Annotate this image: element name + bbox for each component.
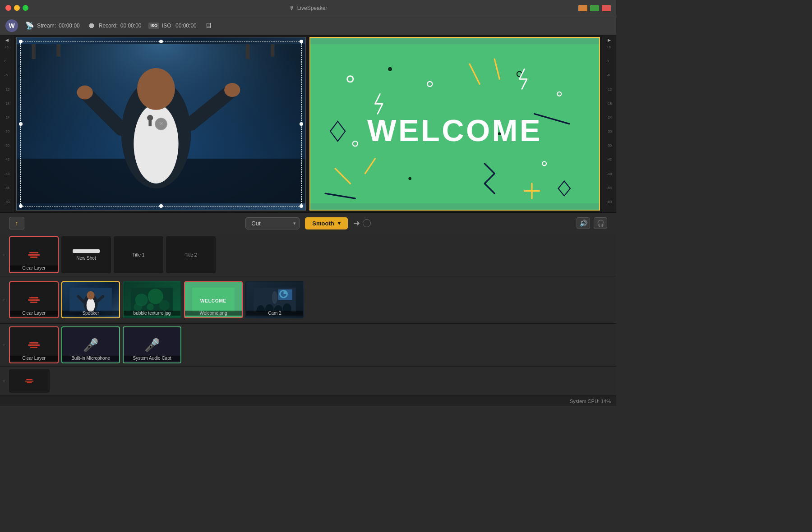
maximize-button[interactable] bbox=[23, 5, 28, 11]
program-preview: ✕ bbox=[16, 37, 306, 211]
row-handle-3[interactable]: ≡ bbox=[3, 343, 6, 348]
speaker-thumb[interactable]: Speaker bbox=[61, 281, 120, 318]
svg-point-46 bbox=[159, 300, 170, 310]
clear-layer-thumb-2[interactable]: Clear Layer bbox=[9, 281, 59, 318]
clear-layer-label-1: Clear Layer bbox=[10, 266, 58, 271]
row-handle-2[interactable]: ≡ bbox=[3, 298, 6, 303]
smooth-button[interactable]: Smooth bbox=[305, 217, 347, 229]
svg-rect-13 bbox=[271, 44, 275, 57]
bottom-right-controls: 🔊 🎧 bbox=[577, 217, 607, 229]
main-preview-area: ◀ +6 0 -6 -12 -18 -24 -30 -36 -42 -48 -5… bbox=[0, 35, 616, 212]
vu-left-arrow[interactable]: ◀ bbox=[5, 37, 9, 43]
titlebar-right bbox=[578, 5, 611, 11]
svg-point-56 bbox=[272, 291, 277, 304]
stream-label: Stream: bbox=[37, 23, 56, 29]
vu-right-arrow[interactable]: ▶ bbox=[608, 37, 611, 43]
minimize-button[interactable] bbox=[14, 5, 20, 11]
sys-audio-thumb[interactable]: 🎤 System Audio Capt bbox=[123, 326, 181, 363]
bubble-label: bubble texturre.jpg bbox=[124, 311, 180, 316]
clear-layer-icon-4 bbox=[25, 379, 33, 383]
speaker-icon-button[interactable]: 🔊 bbox=[577, 217, 590, 229]
vu-meter-right: ▶ +6 0 -6 -12 -18 -24 -30 -36 -42 -48 -5… bbox=[602, 35, 616, 212]
bubble-thumb-svg bbox=[124, 288, 180, 312]
wifi-icon: 📡 bbox=[25, 21, 34, 30]
cam2-thumb-svg bbox=[246, 288, 303, 312]
arrow-icon: ➜ bbox=[353, 218, 360, 228]
record-status: ⏺ Record: 00:00:00 bbox=[87, 21, 142, 30]
shot-row-1: ≡ Clear Layer New Shot Title 1 bbox=[0, 234, 616, 276]
speaker-preview-content bbox=[17, 37, 305, 210]
new-shot-bar bbox=[73, 249, 100, 253]
welcome-thumb-svg: WELCOME bbox=[185, 288, 242, 312]
transition-controls: ↑ Cut Dissolve Wipe Smooth ➜ 🔊 🎧 bbox=[0, 212, 616, 234]
iso-label: ISO: bbox=[162, 23, 173, 29]
title1-thumb[interactable]: Title 1 bbox=[114, 236, 163, 273]
cam2-label: Cam 2 bbox=[246, 311, 303, 316]
cut-select[interactable]: Cut Dissolve Wipe bbox=[245, 217, 300, 229]
traffic-lights bbox=[5, 5, 28, 11]
clear-layer-thumb-3[interactable]: Clear Layer bbox=[9, 326, 59, 363]
clear-layer-icon-2 bbox=[28, 297, 40, 303]
cut-select-wrap[interactable]: Cut Dissolve Wipe bbox=[245, 217, 300, 229]
display-icon-item: 🖥 bbox=[204, 21, 213, 30]
welcome-label: Welcome.png bbox=[185, 311, 242, 316]
svg-rect-12 bbox=[246, 44, 250, 59]
titlebar-left bbox=[5, 5, 28, 11]
welcome-thumb[interactable]: WELCOME Welcome.png bbox=[184, 281, 243, 318]
speaker-svg bbox=[17, 37, 305, 210]
status-bar: System CPU: 14% bbox=[0, 396, 616, 406]
titlebar-btn-orange[interactable] bbox=[578, 5, 587, 11]
export-icon-button[interactable]: ↑ bbox=[9, 217, 24, 229]
cam2-thumb[interactable]: Cam 2 bbox=[245, 281, 304, 318]
titlebar: 🎙 LiveSpeaker bbox=[0, 0, 616, 16]
smooth-label: Smooth bbox=[312, 220, 334, 227]
record-icon: ⏺ bbox=[87, 21, 96, 30]
preview-panels: ✕ bbox=[14, 35, 602, 212]
headphone-icon-button[interactable]: 🎧 bbox=[594, 217, 607, 229]
window-icon: 🎙 bbox=[289, 5, 295, 11]
svg-point-4 bbox=[134, 104, 178, 183]
clear-layer-icon-1 bbox=[28, 252, 40, 258]
svg-text:WELCOME: WELCOME bbox=[367, 113, 542, 147]
transition-circle bbox=[363, 219, 371, 227]
mic-icon: 🎤 bbox=[83, 338, 99, 353]
clear-layer-thumb-1[interactable]: Clear Layer bbox=[9, 236, 59, 273]
cpu-value: 14% bbox=[601, 399, 611, 404]
welcome-preview-content: WELCOME bbox=[310, 38, 599, 210]
cpu-label: System CPU: bbox=[570, 399, 600, 404]
svg-text:WELCOME: WELCOME bbox=[200, 298, 226, 303]
svg-point-34 bbox=[408, 177, 411, 180]
clear-layer-thumb-4[interactable] bbox=[9, 369, 50, 393]
clear-layer-label-3: Clear Layer bbox=[10, 356, 58, 361]
svg-point-39 bbox=[87, 298, 95, 312]
sys-audio-label: System Audio Capt bbox=[124, 356, 180, 361]
stream-status: 📡 Stream: 00:00:00 bbox=[25, 21, 80, 30]
bubble-thumb[interactable]: bubble texturre.jpg bbox=[123, 281, 181, 318]
new-shot-thumb[interactable]: New Shot bbox=[61, 236, 111, 273]
display-icon: 🖥 bbox=[204, 21, 213, 30]
export-icon: ↑ bbox=[15, 220, 18, 227]
record-label: Record: bbox=[99, 23, 118, 29]
new-shot-label: New Shot bbox=[74, 256, 97, 261]
title1-label: Title 1 bbox=[131, 252, 147, 257]
title2-label: Title 2 bbox=[183, 252, 199, 257]
titlebar-btn-red[interactable] bbox=[602, 5, 611, 11]
close-button[interactable] bbox=[5, 5, 11, 11]
titlebar-btn-green[interactable] bbox=[590, 5, 599, 11]
svg-point-47 bbox=[134, 303, 142, 311]
row-handle-4[interactable]: ≡ bbox=[3, 379, 6, 384]
svg-point-40 bbox=[87, 291, 94, 300]
speaker-thumb-svg bbox=[62, 288, 119, 312]
titlebar-center: 🎙 LiveSpeaker bbox=[289, 5, 328, 11]
svg-point-18 bbox=[388, 67, 392, 71]
title2-thumb[interactable]: Title 2 bbox=[166, 236, 216, 273]
shots-area: ≡ Clear Layer New Shot Title 1 bbox=[0, 234, 616, 396]
welcome-svg: WELCOME bbox=[310, 38, 599, 210]
vu-meter-left: ◀ +6 0 -6 -12 -18 -24 -30 -36 -42 -48 -5… bbox=[0, 35, 14, 212]
output-preview: WELCOME bbox=[309, 37, 600, 211]
svg-rect-11 bbox=[56, 44, 60, 57]
record-time: 00:00:00 bbox=[120, 23, 142, 29]
iso-label-box: ISO ISO: 00:00:00 bbox=[148, 23, 196, 29]
builtin-mic-thumb[interactable]: 🎤 Built-in Microphone bbox=[61, 326, 120, 363]
row-handle-1[interactable]: ≡ bbox=[3, 252, 6, 257]
